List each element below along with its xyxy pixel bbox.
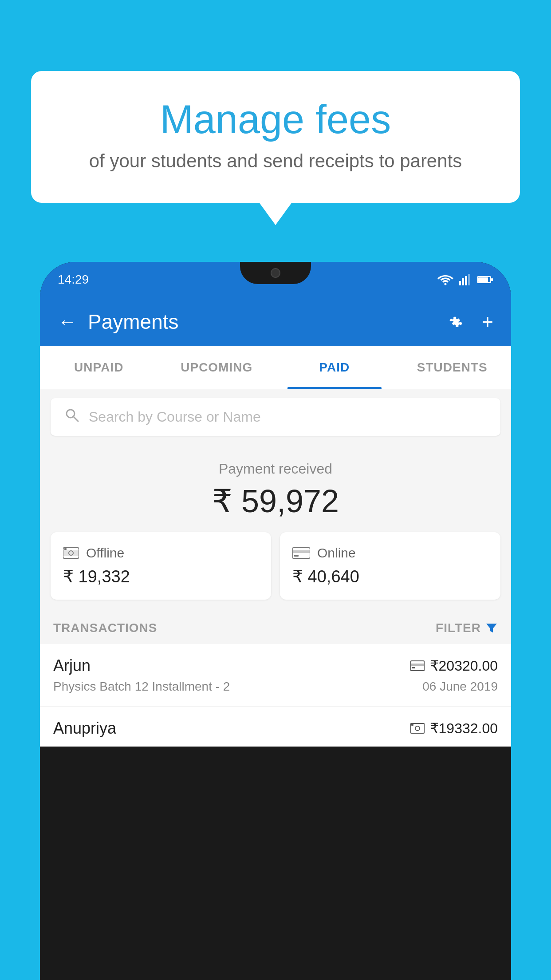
svg-point-21 (415, 726, 420, 731)
signal-icon (459, 274, 472, 285)
tab-upcoming[interactable]: UPCOMING (158, 346, 276, 389)
settings-icon[interactable] (446, 312, 466, 332)
status-icons (437, 274, 493, 285)
transactions-header: TRANSACTIONS FILTER (40, 612, 511, 644)
speech-bubble-subtitle: of your students and send receipts to pa… (67, 150, 484, 172)
svg-rect-1 (459, 281, 461, 285)
online-label: Online (317, 545, 356, 561)
svg-rect-6 (478, 277, 488, 282)
svg-rect-15 (292, 550, 310, 553)
speech-bubble: Manage fees of your students and send re… (31, 71, 520, 203)
back-button[interactable]: ← (58, 312, 77, 332)
header-title: Payments (88, 310, 179, 334)
speech-bubble-container: Manage fees of your students and send re… (31, 71, 520, 203)
status-bar-area: 14:29 (40, 262, 511, 297)
transaction-date: 06 June 2019 (422, 680, 498, 694)
filter-icon (485, 622, 498, 634)
svg-rect-3 (465, 276, 467, 285)
tabs-bar: UNPAID UPCOMING PAID STUDENTS (40, 346, 511, 389)
online-card-header: Online (292, 545, 488, 561)
offline-card-header: Offline (63, 545, 259, 561)
cash-icon (63, 547, 79, 559)
online-amount: ₹ 40,640 (292, 567, 488, 586)
transaction-course: Physics Batch 12 Installment - 2 (53, 680, 230, 694)
camera (271, 268, 280, 278)
svg-rect-2 (462, 278, 464, 285)
svg-rect-4 (468, 274, 470, 285)
svg-rect-19 (412, 667, 415, 668)
svg-rect-18 (410, 664, 425, 666)
add-button[interactable]: + (482, 311, 493, 333)
time-display: 14:29 (58, 273, 89, 287)
credit-card-icon (292, 547, 310, 559)
notch (240, 262, 311, 284)
offline-payment-icon (410, 723, 425, 734)
transaction-bottom: Physics Batch 12 Installment - 2 06 June… (53, 680, 498, 694)
transaction-name: Arjun (53, 656, 91, 675)
payment-total-amount: ₹ 59,972 (51, 482, 500, 520)
filter-label: FILTER (436, 621, 481, 635)
wifi-icon (437, 274, 453, 285)
offline-card: Offline ₹ 19,332 (51, 532, 271, 600)
transaction-row[interactable]: Anupriya ₹19332.00 (40, 707, 511, 747)
search-input-placeholder[interactable]: Search by Course or Name (89, 409, 261, 425)
svg-rect-22 (411, 724, 413, 726)
transaction-amount-wrap: ₹20320.00 (410, 657, 498, 674)
tab-students[interactable]: STUDENTS (394, 346, 512, 389)
tab-paid[interactable]: PAID (276, 346, 394, 389)
offline-label: Offline (86, 545, 124, 561)
svg-rect-13 (64, 548, 67, 550)
tab-unpaid[interactable]: UNPAID (40, 346, 158, 389)
transaction-amount: ₹20320.00 (430, 657, 498, 674)
online-payment-icon (410, 660, 425, 671)
transaction-amount: ₹19332.00 (430, 720, 498, 737)
transaction-top: Arjun ₹20320.00 (53, 656, 498, 675)
header-left: ← Payments (58, 310, 179, 334)
svg-line-9 (74, 417, 78, 421)
header-right: + (446, 311, 493, 333)
svg-point-0 (445, 283, 447, 285)
phone-frame: 14:29 (40, 262, 511, 980)
svg-rect-16 (294, 555, 299, 557)
offline-amount: ₹ 19,332 (63, 567, 259, 586)
phone-content: Search by Course or Name Payment receive… (40, 389, 511, 747)
search-container[interactable]: Search by Course or Name (51, 398, 500, 436)
transaction-row[interactable]: Arjun ₹20320.00 Physics Batch 12 Install… (40, 644, 511, 707)
transactions-label: TRANSACTIONS (53, 621, 157, 635)
payment-received-label: Payment received (51, 461, 500, 477)
battery-icon (477, 276, 493, 284)
transaction-top: Anupriya ₹19332.00 (53, 719, 498, 738)
cards-row: Offline ₹ 19,332 Online ₹ 40,640 (40, 532, 511, 612)
svg-rect-7 (491, 278, 493, 281)
speech-bubble-title: Manage fees (67, 98, 484, 142)
transaction-amount-wrap: ₹19332.00 (410, 720, 498, 737)
status-bar: 14:29 (58, 273, 493, 287)
online-card: Online ₹ 40,640 (280, 532, 500, 600)
payment-summary: Payment received ₹ 59,972 (40, 445, 511, 532)
filter-button[interactable]: FILTER (436, 621, 498, 635)
app-header: ← Payments + (40, 297, 511, 346)
search-icon (64, 407, 80, 427)
transaction-name: Anupriya (53, 719, 116, 738)
